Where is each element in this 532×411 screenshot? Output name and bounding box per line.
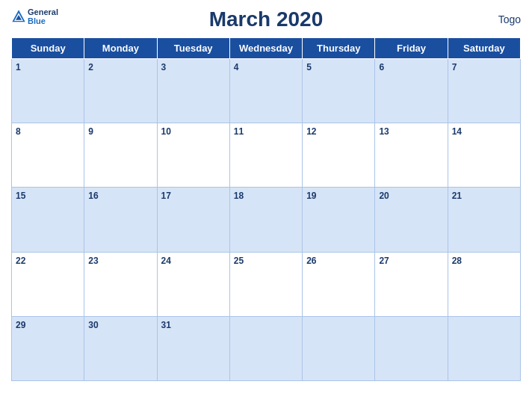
calendar-day-cell: 17: [157, 188, 229, 252]
calendar-day-cell: 31: [157, 316, 229, 380]
calendar-day-cell: 20: [375, 188, 448, 252]
calendar-day-cell: 7: [448, 59, 520, 123]
day-number: 4: [234, 62, 239, 72]
day-number: 17: [161, 191, 171, 201]
logo-text-general: General: [28, 7, 58, 16]
calendar-day-cell: 2: [84, 59, 157, 123]
calendar-day-cell: 10: [157, 123, 229, 188]
day-number: 9: [88, 126, 93, 137]
day-number: 31: [161, 320, 171, 330]
day-number: 10: [161, 126, 171, 137]
day-number: 13: [379, 126, 389, 137]
day-number: 20: [379, 191, 389, 201]
day-number: 5: [306, 62, 312, 72]
calendar-week-row: 293031: [12, 316, 521, 380]
logo-stack: General Blue: [28, 7, 58, 25]
calendar-day-cell: 26: [303, 252, 375, 316]
day-number: 24: [161, 256, 171, 266]
calendar-day-cell: [229, 316, 302, 380]
calendar-day-cell: 14: [448, 123, 520, 188]
calendar-day-cell: 11: [229, 123, 302, 188]
calendar-day-cell: [375, 316, 448, 380]
calendar-day-cell: 28: [448, 252, 520, 316]
day-number: 12: [306, 126, 316, 137]
calendar-week-row: 22232425262728: [12, 252, 521, 316]
calendar-week-row: 891011121314: [12, 123, 521, 188]
month-title: March 2020: [209, 7, 324, 31]
day-number: 11: [234, 126, 244, 137]
calendar-day-cell: 23: [84, 252, 157, 316]
calendar-day-cell: 4: [229, 59, 302, 123]
day-number: 19: [306, 191, 316, 201]
day-number: 3: [161, 62, 167, 72]
logo-text-blue: Blue: [28, 16, 46, 25]
calendar-day-cell: 27: [375, 252, 448, 316]
day-number: 27: [379, 256, 389, 266]
day-number: 28: [452, 256, 462, 266]
logo-icon: [11, 9, 26, 24]
day-number: 25: [234, 256, 244, 266]
day-number: 26: [306, 256, 316, 266]
day-number: 30: [88, 320, 98, 330]
calendar-day-cell: 16: [84, 188, 157, 252]
calendar-day-cell: [303, 316, 375, 380]
calendar-day-cell: 21: [448, 188, 520, 252]
day-number: 14: [452, 126, 462, 137]
day-number: 23: [88, 256, 98, 266]
calendar-day-cell: [448, 316, 520, 380]
calendar-week-row: 15161718192021: [12, 188, 521, 252]
weekday-header-row: Sunday Monday Tuesday Wednesday Thursday…: [12, 38, 521, 59]
calendar-day-cell: 1: [12, 59, 84, 123]
calendar-day-cell: 9: [84, 123, 157, 188]
header-sunday: Sunday: [12, 38, 84, 59]
calendar-day-cell: 8: [12, 123, 84, 188]
calendar-day-cell: 24: [157, 252, 229, 316]
day-number: 1: [16, 62, 21, 72]
day-number: 29: [16, 320, 25, 330]
day-number: 16: [88, 191, 98, 201]
day-number: 22: [16, 256, 25, 266]
logo-area: General Blue: [11, 7, 58, 25]
day-number: 6: [379, 62, 384, 72]
calendar-day-cell: 6: [375, 59, 448, 123]
header-tuesday: Tuesday: [157, 38, 229, 59]
calendar-week-row: 1234567: [12, 59, 521, 123]
day-number: 18: [234, 191, 244, 201]
day-number: 2: [88, 62, 93, 72]
calendar-day-cell: 12: [303, 123, 375, 188]
header-saturday: Saturday: [448, 38, 520, 59]
calendar-container: General Blue March 2020 Togo Sunday Mond…: [0, 0, 532, 411]
day-number: 7: [452, 62, 457, 72]
calendar-day-cell: 3: [157, 59, 229, 123]
header-thursday: Thursday: [303, 38, 375, 59]
calendar-day-cell: 22: [12, 252, 84, 316]
calendar-day-cell: 15: [12, 188, 84, 252]
calendar-day-cell: 13: [375, 123, 448, 188]
calendar-day-cell: 30: [84, 316, 157, 380]
calendar-day-cell: 25: [229, 252, 302, 316]
calendar-day-cell: 5: [303, 59, 375, 123]
calendar-day-cell: 18: [229, 188, 302, 252]
calendar-thead: Sunday Monday Tuesday Wednesday Thursday…: [12, 38, 521, 59]
header-wednesday: Wednesday: [229, 38, 302, 59]
header-friday: Friday: [375, 38, 448, 59]
calendar-day-cell: 29: [12, 316, 84, 380]
calendar-body: 1234567891011121314151617181920212223242…: [12, 59, 521, 381]
calendar-day-cell: 19: [303, 188, 375, 252]
country-label: Togo: [498, 13, 521, 25]
header-monday: Monday: [84, 38, 157, 59]
calendar-header: General Blue March 2020 Togo: [11, 7, 521, 31]
calendar-table: Sunday Monday Tuesday Wednesday Thursday…: [11, 37, 521, 381]
day-number: 8: [16, 126, 21, 137]
day-number: 15: [16, 191, 25, 201]
day-number: 21: [452, 191, 462, 201]
